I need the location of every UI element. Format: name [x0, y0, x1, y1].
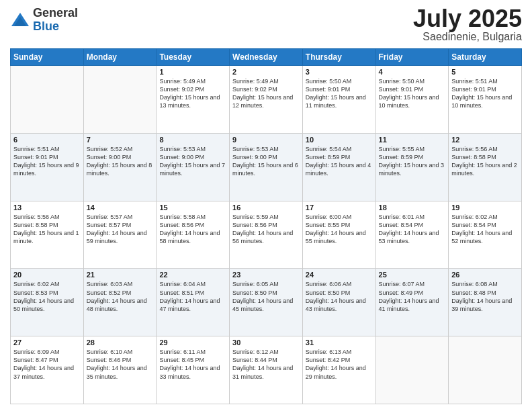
day-info: Sunrise: 5:49 AM Sunset: 9:02 PM Dayligh…: [159, 77, 226, 110]
day-info: Sunrise: 5:58 AM Sunset: 8:56 PM Dayligh…: [159, 213, 226, 246]
calendar-cell: 26Sunrise: 6:08 AM Sunset: 8:48 PM Dayli…: [449, 269, 522, 336]
day-number: 24: [306, 271, 373, 279]
calendar-cell: 3Sunrise: 5:50 AM Sunset: 9:01 PM Daylig…: [302, 66, 375, 134]
calendar-cell: 23Sunrise: 6:05 AM Sunset: 8:50 PM Dayli…: [230, 269, 303, 336]
day-number: 20: [13, 271, 81, 279]
page: General Blue July 2025 Saedinenie, Bulga…: [0, 0, 532, 411]
calendar-week-row: 27Sunrise: 6:09 AM Sunset: 8:47 PM Dayli…: [11, 336, 522, 404]
weekday-header: Thursday: [302, 49, 375, 66]
day-info: Sunrise: 5:53 AM Sunset: 9:00 PM Dayligh…: [232, 145, 300, 178]
day-number: 26: [451, 271, 519, 279]
day-number: 25: [379, 271, 446, 279]
day-info: Sunrise: 5:57 AM Sunset: 8:57 PM Dayligh…: [87, 213, 154, 246]
weekday-header: Saturday: [449, 49, 522, 66]
day-info: Sunrise: 6:02 AM Sunset: 8:53 PM Dayligh…: [13, 280, 81, 313]
calendar-cell: 8Sunrise: 5:53 AM Sunset: 9:00 PM Daylig…: [157, 133, 230, 201]
day-number: 31: [306, 338, 373, 347]
day-number: 11: [379, 136, 446, 144]
logo-general-text: General: [33, 7, 78, 20]
day-number: 3: [306, 68, 373, 76]
calendar-cell: 22Sunrise: 6:04 AM Sunset: 8:51 PM Dayli…: [157, 269, 230, 336]
calendar-cell: 19Sunrise: 6:02 AM Sunset: 8:54 PM Dayli…: [449, 201, 522, 269]
calendar-cell: 28Sunrise: 6:10 AM Sunset: 8:46 PM Dayli…: [83, 336, 157, 404]
day-number: 23: [232, 271, 300, 279]
day-number: 10: [306, 136, 373, 144]
calendar-cell: 15Sunrise: 5:58 AM Sunset: 8:56 PM Dayli…: [157, 201, 230, 269]
day-info: Sunrise: 6:07 AM Sunset: 8:49 PM Dayligh…: [379, 280, 446, 313]
day-info: Sunrise: 6:12 AM Sunset: 8:44 PM Dayligh…: [232, 348, 300, 381]
logo-icon: [10, 10, 30, 30]
weekday-header: Friday: [375, 49, 449, 66]
day-info: Sunrise: 6:01 AM Sunset: 8:54 PM Dayligh…: [379, 213, 446, 246]
weekday-header: Tuesday: [157, 49, 230, 66]
day-number: 7: [87, 136, 154, 144]
day-number: 9: [232, 136, 300, 144]
day-info: Sunrise: 5:54 AM Sunset: 8:59 PM Dayligh…: [306, 145, 373, 178]
day-info: Sunrise: 5:50 AM Sunset: 9:01 PM Dayligh…: [306, 77, 373, 110]
day-info: Sunrise: 5:51 AM Sunset: 9:01 PM Dayligh…: [13, 145, 81, 178]
calendar-table: SundayMondayTuesdayWednesdayThursdayFrid…: [10, 48, 522, 404]
day-number: 16: [232, 203, 300, 212]
calendar-cell: 25Sunrise: 6:07 AM Sunset: 8:49 PM Dayli…: [375, 269, 449, 336]
day-number: 22: [159, 271, 226, 279]
title-area: July 2025 Saedinenie, Bulgaria: [413, 7, 522, 43]
calendar-cell: 31Sunrise: 6:13 AM Sunset: 8:42 PM Dayli…: [302, 336, 375, 404]
calendar-cell: [11, 66, 84, 134]
day-number: 2: [232, 68, 300, 76]
calendar-cell: 6Sunrise: 5:51 AM Sunset: 9:01 PM Daylig…: [11, 133, 84, 201]
day-info: Sunrise: 6:03 AM Sunset: 8:52 PM Dayligh…: [87, 280, 154, 313]
calendar-week-row: 20Sunrise: 6:02 AM Sunset: 8:53 PM Dayli…: [11, 269, 522, 336]
calendar-cell: 21Sunrise: 6:03 AM Sunset: 8:52 PM Dayli…: [83, 269, 157, 336]
calendar-cell: 10Sunrise: 5:54 AM Sunset: 8:59 PM Dayli…: [302, 133, 375, 201]
calendar-cell: 7Sunrise: 5:52 AM Sunset: 9:00 PM Daylig…: [83, 133, 157, 201]
calendar-cell: [83, 66, 157, 134]
day-number: 14: [87, 203, 154, 212]
day-number: 21: [87, 271, 154, 279]
day-number: 5: [451, 68, 519, 76]
day-number: 1: [159, 68, 226, 76]
day-info: Sunrise: 5:51 AM Sunset: 9:01 PM Dayligh…: [451, 77, 519, 110]
day-number: 15: [159, 203, 226, 212]
logo-text: General Blue: [33, 7, 78, 34]
calendar-cell: 16Sunrise: 5:59 AM Sunset: 8:56 PM Dayli…: [230, 201, 303, 269]
calendar-cell: 5Sunrise: 5:51 AM Sunset: 9:01 PM Daylig…: [449, 66, 522, 134]
logo-blue-text: Blue: [33, 20, 78, 34]
header: General Blue July 2025 Saedinenie, Bulga…: [10, 7, 522, 43]
calendar-cell: 30Sunrise: 6:12 AM Sunset: 8:44 PM Dayli…: [230, 336, 303, 404]
calendar-cell: 20Sunrise: 6:02 AM Sunset: 8:53 PM Dayli…: [11, 269, 84, 336]
weekday-header-row: SundayMondayTuesdayWednesdayThursdayFrid…: [11, 49, 522, 66]
day-info: Sunrise: 6:09 AM Sunset: 8:47 PM Dayligh…: [13, 348, 81, 381]
day-info: Sunrise: 6:00 AM Sunset: 8:55 PM Dayligh…: [306, 213, 373, 246]
day-number: 19: [451, 203, 519, 212]
day-number: 8: [159, 136, 226, 144]
calendar-week-row: 1Sunrise: 5:49 AM Sunset: 9:02 PM Daylig…: [11, 66, 522, 134]
day-number: 30: [232, 338, 300, 347]
calendar-cell: 2Sunrise: 5:49 AM Sunset: 9:02 PM Daylig…: [230, 66, 303, 134]
day-number: 4: [379, 68, 446, 76]
calendar-cell: 9Sunrise: 5:53 AM Sunset: 9:00 PM Daylig…: [230, 133, 303, 201]
subtitle: Saedinenie, Bulgaria: [413, 31, 522, 43]
day-info: Sunrise: 6:04 AM Sunset: 8:51 PM Dayligh…: [159, 280, 226, 313]
day-number: 28: [87, 338, 154, 347]
calendar-cell: 12Sunrise: 5:56 AM Sunset: 8:58 PM Dayli…: [449, 133, 522, 201]
day-number: 27: [13, 338, 81, 347]
day-info: Sunrise: 5:50 AM Sunset: 9:01 PM Dayligh…: [379, 77, 446, 110]
day-info: Sunrise: 5:55 AM Sunset: 8:59 PM Dayligh…: [379, 145, 446, 178]
day-number: 13: [13, 203, 81, 212]
calendar-cell: 29Sunrise: 6:11 AM Sunset: 8:45 PM Dayli…: [157, 336, 230, 404]
calendar-cell: [449, 336, 522, 404]
day-info: Sunrise: 6:10 AM Sunset: 8:46 PM Dayligh…: [87, 348, 154, 381]
logo: General Blue: [10, 7, 78, 34]
day-number: 12: [451, 136, 519, 144]
weekday-header: Monday: [83, 49, 157, 66]
calendar-cell: 1Sunrise: 5:49 AM Sunset: 9:02 PM Daylig…: [157, 66, 230, 134]
calendar-cell: [375, 336, 449, 404]
calendar-week-row: 13Sunrise: 5:56 AM Sunset: 8:58 PM Dayli…: [11, 201, 522, 269]
weekday-header: Wednesday: [230, 49, 303, 66]
day-number: 18: [379, 203, 446, 212]
day-info: Sunrise: 6:08 AM Sunset: 8:48 PM Dayligh…: [451, 280, 519, 313]
day-number: 6: [13, 136, 81, 144]
calendar-cell: 17Sunrise: 6:00 AM Sunset: 8:55 PM Dayli…: [302, 201, 375, 269]
calendar-cell: 14Sunrise: 5:57 AM Sunset: 8:57 PM Dayli…: [83, 201, 157, 269]
calendar-cell: 18Sunrise: 6:01 AM Sunset: 8:54 PM Dayli…: [375, 201, 449, 269]
